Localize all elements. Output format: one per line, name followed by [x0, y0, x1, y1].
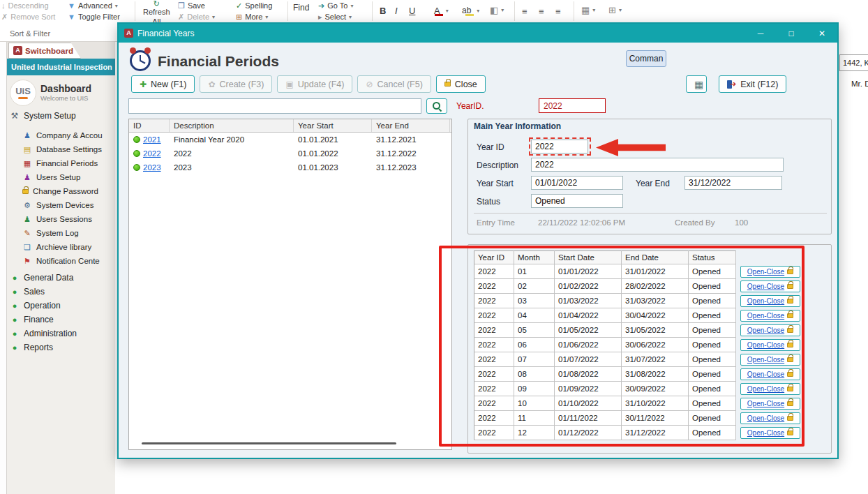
sidebar-item-general-data[interactable]: ●General Data [7, 271, 115, 285]
year-end-input[interactable] [684, 176, 782, 190]
month-row: 20220801/08/202231/08/2022OpenedOpen-Clo… [474, 367, 802, 382]
create-button[interactable]: ✿Create (F3) [200, 75, 272, 93]
close-window-button[interactable]: ✕ [807, 24, 837, 43]
column-header[interactable]: Year End [372, 119, 450, 132]
new-button[interactable]: ✚New (F1) [131, 75, 195, 93]
gridlines-button[interactable]: ▦ ▾ [581, 6, 595, 15]
minimize-button[interactable]: ─ [745, 24, 776, 43]
window-titlebar[interactable]: A Financial Years ─ □ ✕ [119, 24, 837, 43]
ribbon-toggle-filter-button[interactable]: ▼ Toggle Filter [68, 13, 120, 21]
open-close-button[interactable]: Open-Close [740, 354, 800, 366]
sidebar-item-company-accou[interactable]: ♟Company & Accou [7, 128, 115, 142]
open-close-button[interactable]: Open-Close [740, 412, 800, 424]
ribbon-select-button[interactable]: ▸ Select ▾ [318, 13, 352, 21]
description-input[interactable] [531, 158, 784, 172]
sidebar-item-finance[interactable]: ●Finance [7, 313, 115, 327]
align-center-button[interactable]: ≡ [539, 6, 544, 17]
yearid-input[interactable] [539, 98, 606, 113]
status-input[interactable] [531, 194, 623, 208]
ribbon-save-button[interactable]: ❒ Save [178, 1, 205, 10]
open-close-button[interactable]: Open-Close [740, 383, 800, 395]
fill-color-button[interactable]: ◧ ▾ [490, 6, 504, 15]
month-cell: 31/12/2022 [622, 426, 689, 440]
open-close-button[interactable]: Open-Close [740, 310, 800, 322]
year-link[interactable]: 2023 [143, 163, 161, 172]
sidebar-item-sales[interactable]: ●Sales [7, 285, 115, 299]
search-input[interactable] [128, 98, 421, 114]
sidebar-item-users-sessions[interactable]: ♟Users Sessions [7, 212, 115, 226]
sidebar-item-system-devices[interactable]: ⚙System Devices [7, 198, 115, 212]
exit-button[interactable]: ➔ Exit (F12) [719, 75, 786, 93]
month-cell: 01/12/2022 [555, 426, 622, 440]
years-row[interactable]: 2021Financial Year 202001.01.202131.12.2… [129, 133, 451, 147]
sidebar-item-archieve-library[interactable]: ❏Archieve library [7, 240, 115, 254]
sidebar-item-change-password[interactable]: Change Password [7, 184, 115, 198]
year-link[interactable]: 2022 [143, 149, 161, 158]
year-id-input[interactable] [531, 140, 588, 154]
sidebar-item-reports[interactable]: ●Reports [7, 340, 115, 354]
update-button[interactable]: ▣Update (F4) [277, 75, 352, 93]
font-color-button[interactable]: A ▾ [434, 6, 449, 16]
column-header[interactable]: ID [129, 119, 170, 132]
ribbon-delete-button[interactable]: ✗ Delete ▾ [178, 13, 215, 21]
bold-button[interactable]: B [380, 6, 386, 16]
command-button[interactable]: Comman [626, 50, 666, 67]
column-header[interactable]: Status [689, 250, 736, 264]
column-header[interactable]: Year Start [294, 119, 372, 132]
underline-button[interactable]: U [409, 6, 415, 16]
close-button[interactable]: Close [436, 75, 486, 93]
column-header[interactable]: Month [514, 250, 555, 264]
search-button[interactable] [426, 98, 447, 114]
sidebar-item-system-log[interactable]: ✎System Log [7, 226, 115, 240]
open-close-button[interactable]: Open-Close [740, 368, 800, 380]
ribbon-spelling-button[interactable]: ✓ Spelling [236, 1, 272, 10]
years-row[interactable]: 2022202201.01.202231.12.2022 [129, 147, 451, 160]
ribbon-advanced-button[interactable]: ▼ Advanced ▾ [68, 1, 118, 10]
maximize-button[interactable]: □ [776, 24, 807, 43]
ribbon-goto-button[interactable]: ➔ Go To ▾ [318, 1, 353, 10]
sidebar-item-system-setup[interactable]: ⚒ System Setup [7, 109, 115, 123]
company-accou-icon: ♟ [22, 132, 32, 140]
month-cell: Opened [689, 396, 736, 411]
open-close-button[interactable]: Open-Close [740, 339, 800, 351]
horizontal-scrollbar[interactable] [142, 442, 396, 444]
ribbon-remove-sort-button[interactable]: ✗ Remove Sort [1, 13, 55, 21]
column-header[interactable]: End Date [622, 250, 689, 264]
sidebar-item-administration[interactable]: ●Administration [7, 327, 115, 340]
align-left-button[interactable]: ≡ [522, 6, 527, 17]
ribbon-toggle-filter-label: Toggle Filter [78, 13, 120, 21]
sidebar-item-operation[interactable]: ●Operation [7, 299, 115, 313]
ribbon-more-button[interactable]: ⊞ More ▾ [236, 13, 268, 21]
open-close-button[interactable]: Open-Close [740, 427, 800, 439]
calculator-button[interactable]: ▦ [686, 75, 707, 93]
ribbon-descending-button[interactable]: ↓ Descending [1, 1, 49, 10]
table-style-button[interactable]: ⊞ ▾ [608, 6, 622, 15]
column-header[interactable]: Description [170, 119, 294, 132]
action-column-header [736, 250, 802, 264]
nav-pane-shutter[interactable] [0, 42, 7, 494]
open-close-button[interactable]: Open-Close [740, 324, 800, 336]
users-sessions-icon: ♟ [22, 216, 32, 223]
open-close-button[interactable]: Open-Close [740, 398, 800, 410]
month-cell: 10 [514, 396, 555, 411]
sidebar-item-financial-periods[interactable]: ▦Financial Periods [7, 156, 115, 170]
ribbon-find-button[interactable]: Find [293, 3, 309, 13]
sidebar-item-users-setup[interactable]: ♟Users Setup [7, 170, 115, 184]
open-close-button[interactable]: Open-Close [740, 295, 800, 307]
year-link[interactable]: 2021 [143, 135, 161, 144]
column-header[interactable]: Year ID [474, 250, 514, 264]
year-start-input[interactable] [531, 176, 623, 190]
tab-switchboard[interactable]: A Switchboard [8, 43, 81, 59]
open-close-button[interactable]: Open-Close [740, 266, 800, 278]
highlight-button[interactable]: ab ▾ [462, 6, 479, 15]
status-dot-icon [133, 136, 140, 143]
italic-button[interactable]: I [395, 6, 398, 16]
sidebar-item-notification-cente[interactable]: ⚑Notification Cente [7, 254, 115, 268]
open-close-button[interactable]: Open-Close [740, 280, 800, 292]
cancel-button[interactable]: ⊘Cancel (F5) [357, 75, 431, 93]
sidebar-item-database-settings[interactable]: ▤Database Settings [7, 142, 115, 156]
years-row[interactable]: 2023202301.01.202331.12.2023 [129, 160, 451, 174]
column-header[interactable]: Start Date [555, 250, 622, 264]
open-close-label: Open-Close [747, 342, 784, 349]
align-right-button[interactable]: ≡ [555, 6, 561, 17]
